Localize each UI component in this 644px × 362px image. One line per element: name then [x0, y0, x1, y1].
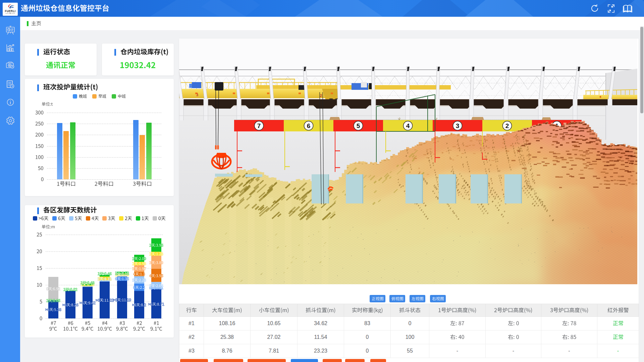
svg-text:2: 2 [320, 94, 322, 98]
svg-text:2: 2 [505, 122, 509, 129]
svg-text:3: 3 [196, 93, 198, 97]
svg-text:4: 4 [406, 122, 410, 129]
svg-text:FUERLI: FUERLI [5, 10, 16, 13]
svg-text:7: 7 [257, 122, 261, 129]
svg-text:3: 3 [456, 122, 460, 129]
svg-text:5: 5 [357, 122, 360, 129]
svg-text:6: 6 [307, 122, 311, 129]
